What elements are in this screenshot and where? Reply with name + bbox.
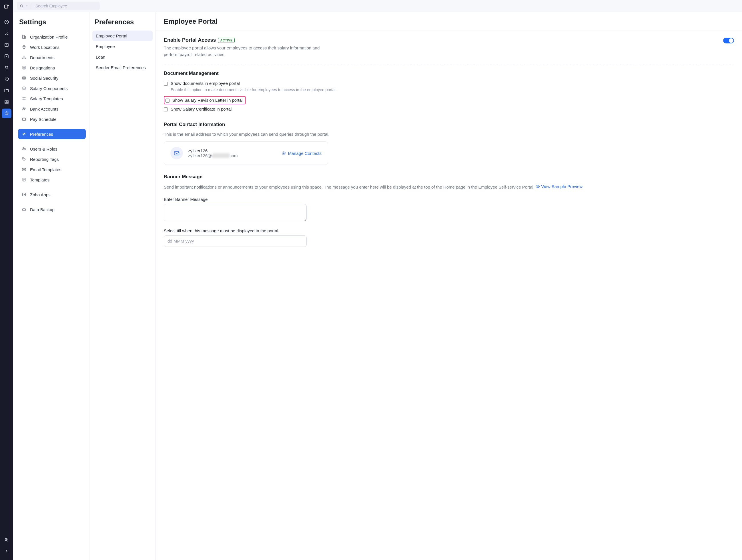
gear-icon bbox=[281, 151, 286, 156]
page-title: Employee Portal bbox=[164, 17, 734, 25]
sidebar-item-departments[interactable]: Departments bbox=[18, 52, 86, 63]
sidebar-item-data-backup[interactable]: Data Backup bbox=[18, 204, 86, 215]
sidebar-item-work-locations[interactable]: Work Locations bbox=[18, 42, 86, 52]
svg-point-12 bbox=[23, 46, 24, 47]
rail-user-icon[interactable] bbox=[2, 29, 11, 38]
sliders-icon bbox=[21, 131, 26, 136]
prefs-item-employee-portal[interactable]: Employee Portal bbox=[92, 31, 153, 41]
svg-rect-0 bbox=[4, 5, 8, 8]
app-logo-icon bbox=[3, 3, 10, 10]
banner-message-textarea[interactable] bbox=[164, 204, 307, 221]
apps-icon bbox=[21, 192, 26, 197]
svg-point-15 bbox=[25, 58, 26, 59]
svg-point-36 bbox=[283, 153, 284, 154]
sidebar-item-salary-templates[interactable]: Salary Templates bbox=[18, 94, 86, 104]
schedule-icon bbox=[21, 117, 26, 122]
search-input[interactable] bbox=[36, 4, 97, 8]
svg-point-1 bbox=[7, 5, 8, 6]
checkbox-salary-revision[interactable]: Show Salary Revision Letter in portal bbox=[165, 98, 243, 103]
rail-dashboard-icon[interactable] bbox=[2, 17, 11, 27]
doc-mgmt-heading: Document Management bbox=[164, 70, 734, 76]
rail-profile-icon[interactable] bbox=[2, 535, 11, 545]
bank-icon bbox=[21, 106, 26, 111]
svg-rect-35 bbox=[174, 152, 179, 155]
location-icon bbox=[21, 45, 26, 50]
svg-point-9 bbox=[20, 5, 22, 7]
sidebar-item-organization-profile[interactable]: Organization Profile bbox=[18, 32, 86, 42]
banner-date-label: Select till when this message must be di… bbox=[164, 228, 734, 233]
sidebar-item-social-security[interactable]: Social Security bbox=[18, 73, 86, 83]
prefs-item-loan[interactable]: Loan bbox=[92, 52, 153, 62]
banner-date-input[interactable] bbox=[164, 235, 307, 247]
svg-rect-31 bbox=[22, 168, 26, 171]
rail-reports-icon[interactable] bbox=[2, 97, 11, 107]
view-sample-preview-link[interactable]: View Sample Preview bbox=[536, 183, 583, 190]
svg-point-17 bbox=[24, 67, 24, 68]
doc-icon bbox=[21, 177, 26, 182]
sidebar-item-designations[interactable]: Designations bbox=[18, 63, 86, 73]
building-icon bbox=[21, 34, 26, 40]
rail-expand-icon[interactable] bbox=[2, 546, 11, 556]
contact-email: zylIker126@xxxxxcom bbox=[188, 153, 276, 158]
checkbox-show-documents-desc: Enable this option to make documents vis… bbox=[171, 88, 734, 92]
svg-point-13 bbox=[24, 56, 24, 57]
contact-desc: This is the email address to which your … bbox=[164, 131, 734, 137]
enable-portal-toggle[interactable] bbox=[723, 38, 734, 44]
mail-circle-icon bbox=[170, 147, 183, 159]
sidebar-item-email-templates[interactable]: Email Templates bbox=[18, 164, 86, 175]
mail-icon bbox=[21, 167, 26, 172]
chevron-down-icon bbox=[25, 5, 28, 7]
users-icon bbox=[21, 146, 26, 152]
svg-rect-11 bbox=[24, 36, 25, 38]
backup-icon bbox=[21, 207, 26, 212]
svg-point-8 bbox=[5, 538, 7, 540]
rail-settings-icon[interactable] bbox=[2, 109, 11, 118]
sidebar-item-zoho-apps[interactable]: Zoho Apps bbox=[18, 189, 86, 200]
banner-desc: Send important notifications or announce… bbox=[164, 184, 583, 189]
svg-point-22 bbox=[22, 100, 23, 100]
svg-rect-10 bbox=[22, 36, 24, 39]
topbar bbox=[13, 0, 742, 12]
svg-point-7 bbox=[6, 113, 7, 114]
eye-icon bbox=[536, 184, 540, 188]
org-icon bbox=[21, 55, 26, 60]
enable-portal-desc: The employee portal allows your employee… bbox=[164, 45, 324, 58]
sidebar-item-users-roles[interactable]: Users & Roles bbox=[18, 144, 86, 154]
svg-point-20 bbox=[22, 87, 25, 88]
rail-folder-icon[interactable] bbox=[2, 86, 11, 96]
sidebar-item-bank-accounts[interactable]: Bank Accounts bbox=[18, 104, 86, 114]
svg-point-14 bbox=[22, 58, 23, 59]
sidebar-item-templates[interactable]: Templates bbox=[18, 175, 86, 185]
rail-heart-icon[interactable] bbox=[2, 74, 11, 84]
checkbox-show-documents-input[interactable] bbox=[164, 82, 168, 86]
manage-contacts-link[interactable]: Manage Contacts bbox=[281, 151, 322, 156]
checkbox-show-documents[interactable]: Show documents in employee portal bbox=[164, 80, 734, 87]
enable-portal-heading: Enable Portal Access ACTIVE bbox=[164, 37, 235, 43]
shield-icon bbox=[21, 75, 26, 80]
sidebar-item-preferences[interactable]: Preferences bbox=[18, 129, 86, 139]
banner-heading: Banner Message bbox=[164, 174, 734, 180]
settings-sidebar: Settings Organization Profile Work Locat… bbox=[13, 12, 90, 560]
template-icon bbox=[21, 96, 26, 101]
sidebar-item-salary-components[interactable]: Salary Components bbox=[18, 83, 86, 94]
prefs-item-sender-email[interactable]: Sender Email Preferences bbox=[92, 62, 153, 73]
svg-rect-34 bbox=[22, 209, 26, 211]
svg-point-23 bbox=[23, 107, 24, 109]
checkbox-salary-certificate[interactable]: Show Salary Certificate in portal bbox=[164, 105, 734, 113]
prefs-item-employee[interactable]: Employee bbox=[92, 41, 153, 52]
svg-point-19 bbox=[24, 77, 24, 78]
sidebar-item-pay-schedule[interactable]: Pay Schedule bbox=[18, 114, 86, 124]
sidebar-item-reporting-tags[interactable]: Reporting Tags bbox=[18, 154, 86, 164]
rail-approval-icon[interactable] bbox=[2, 51, 11, 61]
rail-money-icon[interactable] bbox=[2, 63, 11, 72]
svg-point-26 bbox=[24, 133, 25, 134]
search-box[interactable] bbox=[17, 2, 100, 10]
svg-point-3 bbox=[6, 32, 7, 34]
svg-point-29 bbox=[24, 148, 25, 149]
checkbox-salary-revision-input[interactable] bbox=[165, 99, 169, 103]
preferences-title: Preferences bbox=[92, 18, 153, 26]
checkbox-salary-certificate-input[interactable] bbox=[164, 107, 168, 111]
rail-calendar-icon[interactable] bbox=[2, 40, 11, 50]
content-area: Employee Portal Enable Portal Access ACT… bbox=[156, 12, 742, 560]
svg-point-27 bbox=[23, 134, 24, 135]
